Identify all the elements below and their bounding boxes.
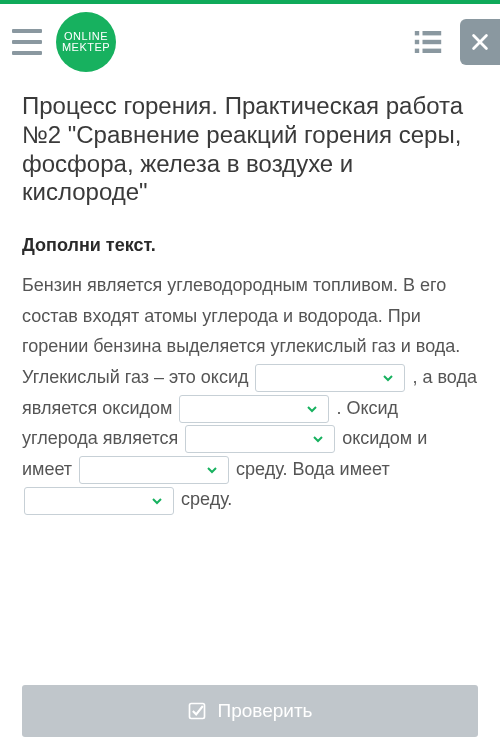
- svg-rect-1: [423, 31, 442, 35]
- svg-rect-0: [415, 31, 419, 35]
- list-icon[interactable]: [414, 31, 442, 53]
- check-button[interactable]: Проверить: [22, 685, 478, 737]
- dropdown-5[interactable]: [24, 487, 174, 515]
- task-subtitle: Дополни текст.: [22, 235, 478, 256]
- svg-rect-4: [415, 49, 419, 53]
- check-button-label: Проверить: [217, 700, 312, 722]
- text-part-5: среду. Вода имеет: [231, 459, 390, 479]
- page-title: Процесс горения. Практическая работа №2 …: [22, 92, 478, 207]
- text-part-6: среду.: [176, 489, 232, 509]
- navbar: ONLINE MEKTEP: [0, 4, 500, 92]
- logo[interactable]: ONLINE MEKTEP: [56, 12, 116, 72]
- dropdown-2[interactable]: [179, 395, 329, 423]
- task-body: Бензин является углеводородным топливом.…: [22, 270, 478, 515]
- svg-rect-3: [423, 40, 442, 44]
- close-button[interactable]: [460, 19, 500, 65]
- check-icon: [187, 701, 207, 721]
- dropdown-3[interactable]: [185, 425, 335, 453]
- menu-icon[interactable]: [12, 29, 42, 55]
- dropdown-1[interactable]: [255, 364, 405, 392]
- logo-line2: MEKTEP: [62, 42, 110, 53]
- content: Процесс горения. Практическая работа №2 …: [0, 92, 500, 515]
- dropdown-4[interactable]: [79, 456, 229, 484]
- svg-rect-5: [423, 49, 442, 53]
- svg-rect-2: [415, 40, 419, 44]
